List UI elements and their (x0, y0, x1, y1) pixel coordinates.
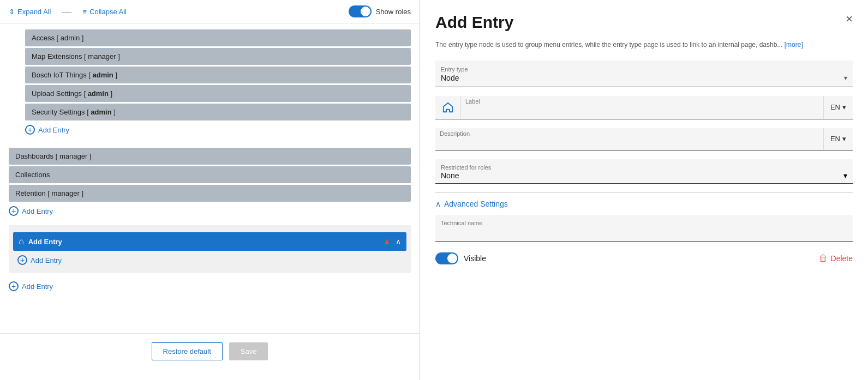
show-roles-label: Show roles (376, 8, 411, 16)
section-group-1: Access [ admin ] Map Extensions [ manage… (9, 23, 411, 142)
entry-map-extensions[interactable]: Map Extensions [ manager ] (25, 48, 411, 65)
restricted-roles-label: Restricted for roles (441, 164, 491, 171)
bottom-actions: Visible 🗑 Delete (435, 252, 853, 264)
label-field-wrap: Label (461, 96, 823, 119)
desc-field-label: Description (440, 130, 819, 137)
right-panel: Add Entry × The entry type node is used … (420, 0, 868, 380)
desc-input[interactable] (440, 137, 819, 148)
description-row: Description EN ▾ (435, 128, 853, 150)
entry-dashboards[interactable]: Dashboards [ manager ] (9, 148, 411, 165)
visible-toggle-row: Visible (435, 252, 486, 264)
label-field-label: Label (465, 98, 819, 105)
close-button[interactable]: × (846, 13, 853, 25)
warning-icon: ▲ (382, 237, 391, 246)
entry-access-label: Access [ admin ] (32, 34, 83, 42)
desc-lang-value: EN (830, 135, 840, 143)
active-entry-row[interactable]: ⌂ Add Entry ▲ ∧ (13, 232, 406, 251)
add-entry-bottom-icon: + (9, 281, 19, 291)
bottom-footer: Restore default Save (0, 333, 420, 369)
entry-dashboards-label: Dashboards [ manager ] (15, 152, 91, 160)
label-input-row: Label EN ▾ (435, 96, 853, 119)
trash-icon: 🗑 (819, 254, 828, 263)
left-panel: ⇕ Expand All — ≡ Collapse All Show roles… (0, 0, 420, 380)
section-group-2: Dashboards [ manager ] Collections Reten… (9, 142, 411, 223)
visible-toggle[interactable] (435, 252, 458, 264)
top-bar-left: ⇕ Expand All — ≡ Collapse All (9, 6, 127, 17)
label-lang-value: EN (830, 103, 840, 111)
save-button[interactable]: Save (229, 342, 268, 360)
restricted-roles-chevron: ▾ (843, 171, 847, 180)
divider-line: — (62, 6, 71, 17)
entry-security-settings[interactable]: Security Settings [ admin ] (25, 104, 411, 120)
entry-upload-settings[interactable]: Upload Settings [ admin ] (25, 85, 411, 102)
entry-access[interactable]: Access [ admin ] (25, 29, 411, 46)
add-entry-bottom[interactable]: + Add Entry (9, 279, 411, 294)
desc-lang-selector[interactable]: EN ▾ (823, 128, 853, 150)
entry-type-value-text: Node (441, 74, 459, 82)
label-lang-chevron: ▾ (842, 103, 846, 111)
role-admin-2: admin (88, 89, 109, 98)
entry-bosch-iot[interactable]: Bosch IoT Things [ admin ] (25, 67, 411, 83)
active-entry-label: Add Entry (28, 238, 378, 246)
delete-button[interactable]: 🗑 Delete (819, 254, 853, 263)
role-admin-1: admin (93, 71, 113, 79)
restricted-roles-value-row: None ▾ (441, 171, 847, 180)
add-entry-below-icon: + (17, 255, 27, 265)
restore-default-button[interactable]: Restore default (152, 342, 223, 360)
chevron-up-icon[interactable]: ∧ (396, 237, 401, 246)
expand-icon: ⇕ (9, 8, 15, 16)
label-lang-selector[interactable]: EN ▾ (823, 96, 853, 119)
entry-type-label: Entry type (435, 64, 853, 73)
right-panel-title: Add Entry (435, 13, 513, 32)
show-roles-toggle[interactable] (349, 5, 372, 17)
technical-name-field: Technical name (435, 215, 853, 242)
entry-type-select[interactable]: Entry type Node ▾ (435, 61, 853, 87)
description-text-content: The entry type node is used to group men… (435, 41, 782, 49)
home-icon-box (435, 96, 461, 119)
collapse-all-label: Collapse All (89, 8, 127, 16)
advanced-settings-label: Advanced Settings (444, 200, 508, 208)
label-input[interactable] (465, 105, 819, 116)
more-link[interactable]: [more] (785, 41, 803, 49)
add-entry-group1[interactable]: + Add Entry (25, 122, 411, 137)
add-entry-group2[interactable]: + Add Entry (9, 203, 411, 219)
add-entry-group2-icon: + (9, 206, 19, 216)
entry-retention-label: Retention [ manager ] (15, 189, 83, 197)
home-icon-active: ⌂ (19, 237, 24, 246)
delete-label: Delete (831, 254, 853, 263)
add-entry-group1-icon: + (25, 125, 35, 135)
add-entry-bottom-label: Add Entry (22, 282, 53, 291)
entry-security-settings-label: Security Settings [ admin ] (32, 108, 116, 116)
collapse-icon: ≡ (82, 8, 87, 16)
desc-lang-chevron: ▾ (842, 135, 846, 143)
visible-label: Visible (464, 254, 486, 263)
top-bar: ⇕ Expand All — ≡ Collapse All Show roles (0, 0, 420, 23)
entry-upload-settings-label: Upload Settings [ admin ] (32, 89, 112, 98)
entry-map-extensions-label: Map Extensions [ manager ] (32, 52, 120, 61)
entries-list: Access [ admin ] Map Extensions [ manage… (0, 23, 420, 294)
add-entry-below-active[interactable]: + Add Entry (13, 252, 406, 268)
active-entry-section: ⌂ Add Entry ▲ ∧ + Add Entry (9, 225, 411, 273)
entry-collections[interactable]: Collections (9, 166, 411, 183)
collapse-all-button[interactable]: ≡ Collapse All (82, 8, 127, 16)
entry-type-chevron: ▾ (844, 74, 847, 82)
description-text: The entry type node is used to group men… (435, 40, 853, 50)
entry-bosch-iot-label: Bosch IoT Things [ admin ] (32, 71, 117, 79)
home-svg-icon (442, 101, 454, 113)
expand-all-button[interactable]: ⇕ Expand All (9, 8, 51, 16)
expand-all-label: Expand All (17, 8, 51, 16)
show-roles-area: Show roles (349, 5, 411, 17)
restricted-roles-value: None (441, 171, 459, 180)
entry-type-value: Node ▾ (435, 73, 853, 85)
add-entry-below-label: Add Entry (31, 256, 62, 264)
advanced-settings-toggle[interactable]: ∧ Advanced Settings (435, 200, 853, 208)
add-entry-group2-label: Add Entry (22, 207, 53, 215)
entry-collections-label: Collections (15, 171, 50, 179)
technical-name-input[interactable] (441, 227, 847, 238)
entry-retention[interactable]: Retention [ manager ] (9, 185, 411, 202)
right-panel-header: Add Entry × (435, 13, 853, 32)
divider-1 (435, 192, 853, 193)
restricted-roles-select[interactable]: Restricted for roles None ▾ (435, 159, 853, 184)
add-entry-group1-label: Add Entry (38, 126, 69, 134)
role-admin-3: admin (91, 108, 111, 116)
